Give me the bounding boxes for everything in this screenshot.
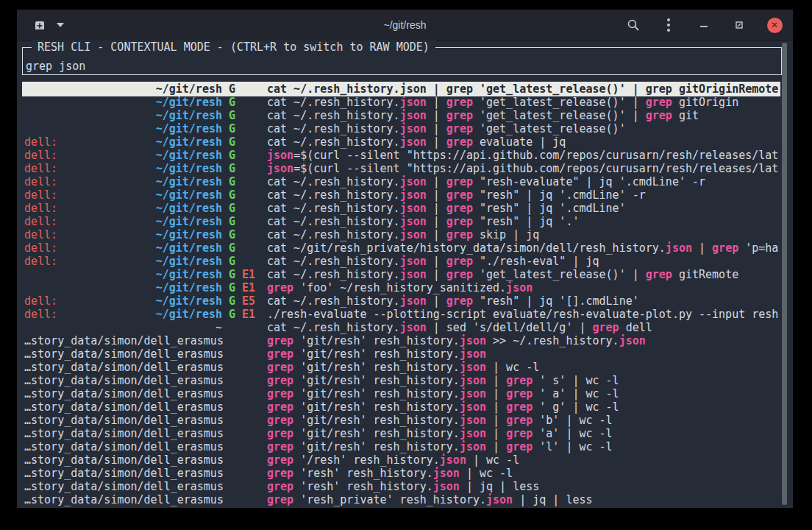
row-directory: ~/git/resh xyxy=(24,308,222,321)
row-command: json=$(curl --silent "https://api.github… xyxy=(267,162,778,175)
history-row[interactable]: dell: ~/git/resh G cat ~/.resh_history.j… xyxy=(17,255,793,268)
flag-G: G xyxy=(229,215,235,228)
minimize-icon xyxy=(699,21,708,29)
row-directory: …story_data/simon/dell_erasmus xyxy=(24,427,222,440)
history-row[interactable]: …story_data/simon/dell_erasmus grep 'git… xyxy=(17,440,793,453)
row-directory: …story_data/simon/dell_erasmus xyxy=(24,467,222,480)
history-row[interactable]: ~/git/resh G cat ~/.resh_history.json | … xyxy=(17,96,793,109)
row-command: cat ~/.resh_history.json | grep 'get_lat… xyxy=(267,122,626,135)
history-row[interactable]: …story_data/simon/dell_erasmus grep 'res… xyxy=(17,493,793,506)
history-row[interactable]: ~/git/resh G cat ~/.resh_history.json | … xyxy=(17,82,793,96)
row-directory: …story_data/simon/dell_erasmus xyxy=(24,414,222,427)
history-row[interactable]: dell: ~/git/resh G E1 ./resh-evaluate --… xyxy=(17,308,793,321)
history-row[interactable]: dell: ~/git/resh G cat ~/.resh_history.j… xyxy=(17,175,793,188)
query-match: json xyxy=(400,202,427,215)
flag-G: G xyxy=(229,122,235,135)
query-match: grep xyxy=(446,294,473,308)
row-command: cat ~/.resh_history.json | grep "resh" |… xyxy=(267,294,639,308)
history-row[interactable]: dell: ~/git/resh G cat ~/.resh_history.j… xyxy=(17,228,793,241)
query-match: json xyxy=(400,228,427,241)
query-match: grep xyxy=(267,414,293,427)
history-row[interactable]: …story_data/simon/dell_erasmus grep 'git… xyxy=(17,347,793,361)
query-match: grep xyxy=(646,96,672,109)
row-directory: ~/git/resh xyxy=(24,188,222,202)
query-match: grep xyxy=(446,135,473,149)
query-match: json xyxy=(460,427,486,440)
history-row[interactable]: …story_data/simon/dell_erasmus grep 'git… xyxy=(17,400,793,414)
query-match: grep xyxy=(267,453,293,467)
row-command: grep 'git/resh' resh_history.json | grep… xyxy=(267,414,613,427)
minimize-button[interactable] xyxy=(696,17,712,33)
terminal-content[interactable]: RESH CLI - CONTEXTUAL MODE - (CTRL+R to … xyxy=(17,41,793,508)
flag-G: G xyxy=(229,109,235,122)
history-row[interactable]: …story_data/simon/dell_erasmus grep 'res… xyxy=(17,480,793,493)
history-row[interactable]: dell: ~/git/resh G cat ~/.resh_history.j… xyxy=(17,188,793,202)
query-match: grep xyxy=(446,188,473,202)
row-directory: …story_data/simon/dell_erasmus xyxy=(24,387,222,400)
query-match: grep xyxy=(267,467,293,480)
query-match: grep xyxy=(446,175,473,188)
history-row[interactable]: …story_data/simon/dell_erasmus grep 'git… xyxy=(17,414,793,427)
history-row[interactable]: …story_data/simon/dell_erasmus grep 'res… xyxy=(17,467,793,480)
history-row[interactable]: …story_data/simon/dell_erasmus grep 'git… xyxy=(17,387,793,400)
query-match: grep xyxy=(446,215,473,228)
row-directory: …story_data/simon/dell_erasmus xyxy=(24,453,222,467)
history-row[interactable]: …story_data/simon/dell_erasmus grep 'git… xyxy=(17,334,793,347)
query-match: json xyxy=(400,82,427,96)
restore-button[interactable] xyxy=(731,17,747,33)
query-match: json xyxy=(400,135,427,149)
row-command: grep 'git/resh' resh_history.json | grep… xyxy=(267,387,619,400)
search-button[interactable] xyxy=(625,17,641,33)
row-flags: G xyxy=(229,228,235,241)
query-match: grep xyxy=(267,361,293,374)
query-match: grep xyxy=(446,96,473,109)
row-directory: …story_data/simon/dell_erasmus xyxy=(24,374,222,387)
row-command: grep 'resh' resh_history.json | wc -l xyxy=(267,467,513,480)
terminal-window: ~/git/resh xyxy=(17,10,793,508)
flag-E5: E5 xyxy=(242,294,255,308)
query-match: grep xyxy=(267,374,293,387)
row-flags: G xyxy=(229,96,235,109)
query-match: json xyxy=(440,453,466,467)
flag-G: G xyxy=(229,188,235,202)
row-flags: G xyxy=(229,175,235,188)
row-directory: ~/git/resh xyxy=(24,228,222,241)
query-match: grep xyxy=(267,480,293,493)
row-command: cat ~/.resh_history.json | grep 'get_lat… xyxy=(267,109,699,122)
history-row[interactable]: ~/git/resh G cat ~/.resh_history.json | … xyxy=(17,109,793,122)
row-command: cat ~/.resh_history.json | grep 'get_lat… xyxy=(267,268,738,281)
history-row[interactable]: dell: ~/git/resh G cat ~/.resh_history.j… xyxy=(17,202,793,215)
query-match: json xyxy=(400,255,427,268)
query-match: json xyxy=(460,400,486,414)
search-query-input[interactable]: grep json xyxy=(26,60,85,73)
row-flags: G xyxy=(229,215,235,228)
history-row[interactable]: …story_data/simon/dell_erasmus grep 'git… xyxy=(17,361,793,374)
history-row[interactable]: …story_data/simon/dell_erasmus grep '/re… xyxy=(17,453,793,467)
history-row[interactable]: dell: ~/git/resh G cat ~/.resh_history.j… xyxy=(17,215,793,228)
row-command: cat ~/.resh_history.json | grep "./resh-… xyxy=(267,255,599,268)
row-directory: …story_data/simon/dell_erasmus xyxy=(24,493,222,506)
query-match: grep xyxy=(446,82,473,96)
history-row[interactable]: …story_data/simon/dell_erasmus grep 'git… xyxy=(17,427,793,440)
query-match: json xyxy=(400,109,427,122)
history-row[interactable]: dell: ~/git/resh G cat ~/git/resh_privat… xyxy=(17,241,793,255)
history-row[interactable]: ~/git/resh G E1 grep 'foo' ~/resh_histor… xyxy=(17,281,793,294)
history-row[interactable]: dell: ~/git/resh G json=$(curl --silent … xyxy=(17,162,793,175)
history-row[interactable]: ~/git/resh G cat ~/.resh_history.json | … xyxy=(17,122,793,135)
history-row[interactable]: …story_data/simon/dell_erasmus grep 'git… xyxy=(17,374,793,387)
close-button[interactable]: ✕ xyxy=(766,17,783,33)
row-flags: G xyxy=(229,162,235,175)
flag-E1: E1 xyxy=(242,308,255,321)
titlebar[interactable]: ~/git/resh xyxy=(17,10,793,41)
history-row[interactable]: dell: ~/git/resh G E5 cat ~/.resh_histor… xyxy=(17,294,793,308)
flag-G: G xyxy=(229,96,235,109)
row-command: grep '/resh' resh_history.json | wc -l xyxy=(267,453,519,467)
history-row[interactable]: dell: ~/git/resh G json=$(curl --silent … xyxy=(17,149,793,162)
scrollbar[interactable] xyxy=(782,43,787,505)
query-match: grep xyxy=(267,347,293,361)
history-row[interactable]: ~ cat ~/.resh_history.json | sed 's/dell… xyxy=(17,321,793,334)
history-row[interactable]: dell: ~/git/resh G cat ~/.resh_history.j… xyxy=(17,135,793,149)
row-command: cat ~/.resh_history.json | sed 's/dell/d… xyxy=(267,321,652,334)
history-row[interactable]: ~/git/resh G E1 cat ~/.resh_history.json… xyxy=(17,268,793,281)
menu-button[interactable] xyxy=(660,17,677,33)
